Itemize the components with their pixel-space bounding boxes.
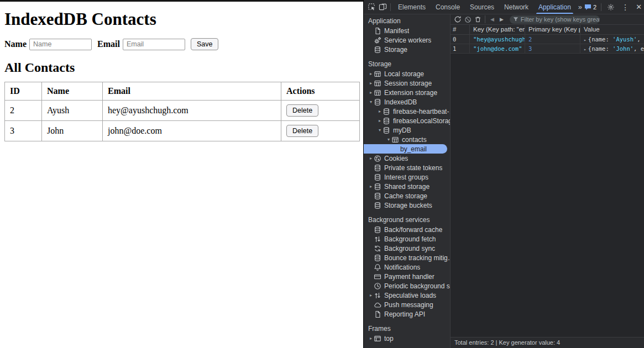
sidebar-item-by-email[interactable]: by_email [364,144,447,154]
delete-button[interactable]: Delete [286,125,318,137]
sidebar-item-firebase-heartbeat[interactable]: ▸firebase-heartbeat-… [364,107,450,116]
database-icon [374,254,381,262]
close-icon[interactable]: ✕ [632,3,643,11]
grid-rows: 0"hey@ayushchugh.…2▸{name: 'Ayush', 1"jo… [451,35,644,54]
delete-button[interactable]: Delete [286,104,318,117]
name-input[interactable] [29,39,92,50]
sidebar-item-shared-storage[interactable]: ▸Shared storage [364,182,450,191]
sidebar-item-back-forward-cache[interactable]: Back/forward cache [364,225,450,234]
console-messages-badge[interactable]: 2 [584,4,596,10]
bell-icon [374,263,381,271]
grid-row[interactable]: 1"john@doe.com"3▸{name: 'John', e [451,44,644,54]
sidebar-item-service-workers[interactable]: Service workers [364,35,450,45]
sidebar-item-session-storage[interactable]: ▸Session storage [364,78,450,88]
refresh-icon[interactable] [453,15,463,24]
chevron-right-icon[interactable]: ▸ [368,71,374,76]
chevron-right-icon[interactable]: ▸ [368,81,374,86]
sidebar-item-local-storage[interactable]: ▸Local storage [364,69,450,78]
cell-email: hey@ayushchugh.com [103,101,281,121]
email-label: Email [97,39,120,49]
contact-form: Name Email Save [4,38,359,50]
sidebar-item-notifications[interactable]: Notifications [364,262,450,272]
email-input[interactable] [123,39,185,50]
chevron-down-icon[interactable]: ▾ [368,99,374,104]
more-options-icon[interactable]: ⋮ [618,3,632,12]
next-page-icon[interactable]: ▶ [497,17,506,22]
clear-icon[interactable] [463,15,473,24]
row-value-preview[interactable]: ▸{name: 'Ayush', [580,35,644,44]
tab-console[interactable]: Console [431,0,465,14]
grid-col-header-0[interactable]: # [451,25,470,34]
row-value-preview[interactable]: ▸{name: 'John', e [580,44,644,53]
prev-page-icon[interactable]: ◀ [488,17,497,22]
col-header-id: ID [5,82,42,101]
panel-toolbar: ◀ ▶ Filter by key (show keys greate [451,14,644,25]
grid-col-header-3[interactable]: Value [580,25,644,34]
updown-icon [374,292,381,299]
chevron-down-icon[interactable]: ▾ [386,137,391,142]
devtools-tab-bar: ElementsConsoleSourcesNetworkApplication… [364,0,644,14]
sidebar-item-cookies[interactable]: ▸Cookies [364,154,450,163]
chevron-right-icon[interactable]: ▸ [368,184,374,189]
settings-gear-icon[interactable] [604,3,618,11]
contacts-table: IDNameEmailActions 2Ayushhey@ayushchugh.… [4,82,360,141]
delete-icon[interactable] [473,15,483,24]
expand-triangle-icon[interactable]: ▸ [584,47,587,52]
grid-col-header-2[interactable]: Primary key (Key p… [525,25,580,34]
grid-row[interactable]: 0"hey@ayushchugh.…2▸{name: 'Ayush', [451,35,644,44]
tab-elements[interactable]: Elements [393,0,431,14]
save-button[interactable]: Save [191,38,219,50]
sidebar-item-indexeddb[interactable]: ▾IndexedDB [364,97,450,107]
sidebar-item-storage-buckets[interactable]: Storage buckets [364,201,450,210]
sidebar-item-manifest[interactable]: Manifest [364,26,450,35]
sidebar-item-periodic-background-s[interactable]: Periodic background s… [364,281,450,291]
sidebar-item-label: Reporting API [384,310,425,318]
sidebar-section-background-services: Background services [364,215,450,225]
sync-icon [374,245,381,252]
sidebar-item-payment-handler[interactable]: Payment handler [364,272,450,281]
inspect-icon[interactable] [366,2,377,13]
sidebar-item-firebaselocalstorag[interactable]: ▸firebaseLocalStorag… [364,116,450,125]
devtools-tabs: ElementsConsoleSourcesNetworkApplication [393,0,576,14]
chevron-right-icon[interactable]: ▸ [368,156,374,161]
chevron-right-icon[interactable]: ▸ [377,109,383,114]
sidebar-item-extension-storage[interactable]: ▸Extension storage [364,88,450,97]
row-primary-key: 3 [525,44,580,53]
sidebar-item-reporting-api[interactable]: Reporting API [364,309,450,319]
sidebar-item-mydb[interactable]: ▾myDB [364,125,450,135]
sidebar-item-background-sync[interactable]: Background sync [364,244,450,253]
sidebar-item-contacts[interactable]: ▾contacts [364,135,450,144]
tab-application[interactable]: Application [533,0,576,14]
chevron-down-icon[interactable]: ▾ [377,128,383,133]
devtools-panel: ElementsConsoleSourcesNetworkApplication… [363,0,644,348]
device-toolbar-icon[interactable] [377,2,388,13]
status-bar: Total entries: 2 | Key generator value: … [451,337,644,348]
value-prefix: {name: [588,45,612,52]
sidebar-item-top[interactable]: ▸top [364,334,450,343]
sidebar-item-push-messaging[interactable]: Push messaging [364,300,450,309]
chevron-right-icon[interactable]: ▸ [368,293,374,298]
sidebar-item-label: contacts [402,136,427,144]
sidebar-item-cache-storage[interactable]: Cache storage [364,191,450,201]
chevron-right-icon[interactable]: ▸ [368,90,374,95]
grid-col-header-1[interactable]: Key (Key path: "em… [470,25,525,34]
card-icon [374,273,381,281]
sidebar-item-storage[interactable]: Storage [364,45,450,54]
tab-sources[interactable]: Sources [465,0,499,14]
sidebar-item-speculative-loads[interactable]: ▸Speculative loads [364,291,450,300]
expand-triangle-icon[interactable]: ▸ [584,38,587,43]
value-suffix: , [637,36,640,43]
sidebar-item-label: Interest groups [384,173,428,181]
page-title: IndexedDB Contacts [4,9,359,29]
sidebar-item-private-state-tokens[interactable]: Private state tokens [364,163,450,172]
sidebar-item-background-fetch[interactable]: Background fetch [364,234,450,244]
sidebar-item-bounce-tracking-mitig[interactable]: Bounce tracking mitig… [364,253,450,262]
more-tabs-icon[interactable]: » [576,3,584,11]
document-icon [374,27,381,35]
filter-input[interactable]: Filter by key (show keys greate [510,15,600,24]
sidebar-item-interest-groups[interactable]: Interest groups [364,172,450,182]
tab-network[interactable]: Network [499,0,533,14]
chevron-right-icon[interactable]: ▸ [377,118,383,123]
chevron-right-icon[interactable]: ▸ [368,336,374,341]
gears-icon [374,36,381,44]
